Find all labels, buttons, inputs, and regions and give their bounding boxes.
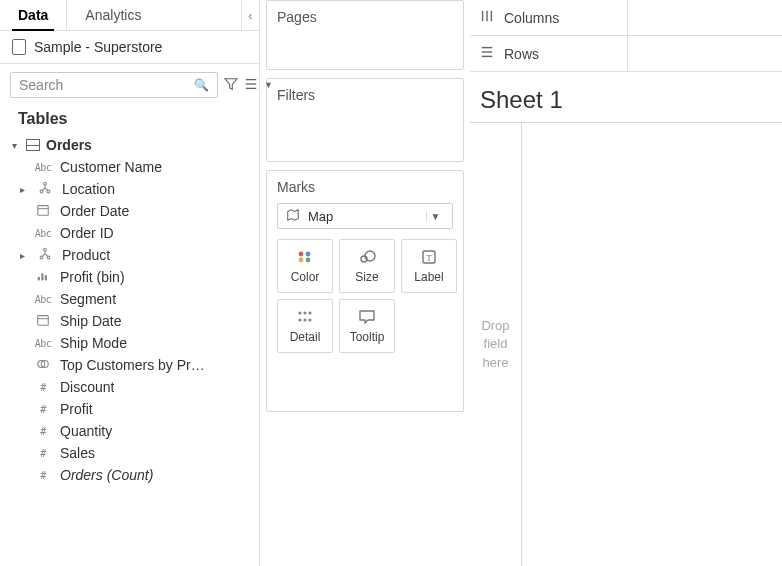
sheet-title[interactable]: Sheet 1 [470, 72, 782, 122]
svg-rect-11 [38, 277, 40, 281]
type-string-icon: Abc [34, 294, 52, 305]
search-row: 🔍 ▼ [0, 64, 259, 106]
chevron-right-icon[interactable]: ▸ [16, 250, 28, 261]
columns-icon [480, 9, 494, 26]
field-customer-name[interactable]: Abc Customer Name [0, 156, 259, 178]
rows-shelf[interactable]: Rows [470, 36, 782, 72]
table-orders[interactable]: ▾ Orders [0, 134, 259, 156]
table-name: Orders [46, 137, 92, 153]
rows-label: Rows [504, 46, 539, 62]
data-pane: Data Analytics ‹ Sample - Superstore 🔍 ▼… [0, 0, 260, 566]
datasource-icon [12, 39, 26, 55]
type-string-icon: Abc [34, 338, 52, 349]
tables-heading: Tables [0, 106, 259, 134]
detail-icon [295, 308, 315, 326]
search-input[interactable] [19, 77, 194, 93]
search-box[interactable]: 🔍 [10, 72, 218, 98]
tab-data[interactable]: Data [0, 0, 66, 30]
field-profit[interactable]: # Profit [0, 398, 259, 420]
viz-area: Drop field here [470, 122, 782, 566]
field-orders-count[interactable]: # Orders (Count) [0, 464, 259, 486]
field-discount[interactable]: # Discount [0, 376, 259, 398]
type-hierarchy-icon [36, 247, 54, 263]
marks-tooltip[interactable]: Tooltip [339, 299, 395, 353]
svg-rect-13 [45, 275, 47, 280]
tooltip-icon [357, 308, 377, 326]
svg-point-26 [298, 311, 301, 314]
field-quantity[interactable]: # Quantity [0, 420, 259, 442]
field-location[interactable]: ▸ Location [0, 178, 259, 200]
columns-shelf[interactable]: Columns [470, 0, 782, 36]
svg-point-19 [306, 252, 311, 257]
chevron-right-icon[interactable]: ▸ [16, 184, 28, 195]
color-icon [295, 248, 315, 266]
svg-point-21 [306, 258, 311, 263]
pages-card[interactable]: Pages [266, 0, 464, 70]
field-top-customers-set[interactable]: Top Customers by Pr… [0, 354, 259, 376]
field-order-date[interactable]: Order Date [0, 200, 259, 222]
svg-text:T: T [426, 253, 432, 263]
field-profit-bin[interactable]: Profit (bin) [0, 266, 259, 288]
filters-card[interactable]: Filters [266, 78, 464, 162]
viz-canvas[interactable] [522, 122, 782, 566]
svg-point-28 [308, 311, 311, 314]
svg-rect-14 [38, 316, 49, 326]
marks-color[interactable]: Color [277, 239, 333, 293]
type-string-icon: Abc [34, 162, 52, 173]
rows-drop[interactable] [628, 36, 782, 71]
svg-point-20 [299, 258, 304, 263]
search-icon: 🔍 [194, 78, 209, 92]
datasource-name: Sample - Superstore [34, 39, 162, 55]
svg-point-31 [308, 318, 311, 321]
svg-point-8 [44, 248, 47, 251]
columns-label: Columns [504, 10, 559, 26]
svg-rect-6 [38, 206, 49, 216]
label-icon: T [419, 248, 439, 266]
marks-card: Marks Map ▼ Color Size T La [266, 170, 464, 412]
field-order-id[interactable]: Abc Order ID [0, 222, 259, 244]
marks-label[interactable]: T Label [401, 239, 457, 293]
type-set-icon [34, 357, 52, 373]
type-date-icon [34, 203, 52, 219]
fields-list[interactable]: ▾ Orders Abc Customer Name ▸ Location Or… [0, 134, 259, 566]
svg-point-18 [299, 252, 304, 257]
type-bin-icon [34, 269, 52, 285]
field-product[interactable]: ▸ Product [0, 244, 259, 266]
collapse-sidebar-icon[interactable]: ‹ [241, 0, 259, 30]
size-icon [357, 248, 377, 266]
columns-drop[interactable] [628, 0, 782, 35]
table-icon [26, 139, 40, 151]
filter-icon[interactable] [224, 77, 238, 94]
mark-type-dropdown[interactable]: Map ▼ [277, 203, 453, 229]
rows-icon [480, 45, 494, 62]
type-number-icon: # [34, 470, 52, 481]
field-ship-mode[interactable]: Abc Ship Mode [0, 332, 259, 354]
type-date-icon [34, 313, 52, 329]
type-number-icon: # [34, 448, 52, 459]
type-hierarchy-icon [36, 181, 54, 197]
side-tabs: Data Analytics ‹ [0, 0, 259, 31]
svg-point-27 [303, 311, 306, 314]
row-drop-hint[interactable]: Drop field here [470, 122, 522, 566]
type-number-icon: # [34, 382, 52, 393]
marks-detail[interactable]: Detail [277, 299, 333, 353]
chevron-down-icon: ▾ [8, 140, 20, 151]
datasource-row[interactable]: Sample - Superstore [0, 31, 259, 64]
field-ship-date[interactable]: Ship Date [0, 310, 259, 332]
mark-type-label: Map [308, 209, 333, 224]
svg-point-30 [303, 318, 306, 321]
tab-analytics[interactable]: Analytics [67, 0, 159, 30]
field-sales[interactable]: # Sales [0, 442, 259, 464]
svg-point-3 [44, 182, 47, 185]
svg-point-29 [298, 318, 301, 321]
filters-title: Filters [267, 79, 463, 111]
type-string-icon: Abc [34, 228, 52, 239]
map-icon [286, 208, 300, 225]
view-list-icon[interactable] [244, 77, 258, 94]
field-segment[interactable]: Abc Segment [0, 288, 259, 310]
worksheet-pane: Columns Rows Sheet 1 Drop field here [470, 0, 782, 566]
marks-size[interactable]: Size [339, 239, 395, 293]
type-number-icon: # [34, 404, 52, 415]
type-number-icon: # [34, 426, 52, 437]
dropdown-caret-icon[interactable]: ▼ [264, 80, 273, 90]
